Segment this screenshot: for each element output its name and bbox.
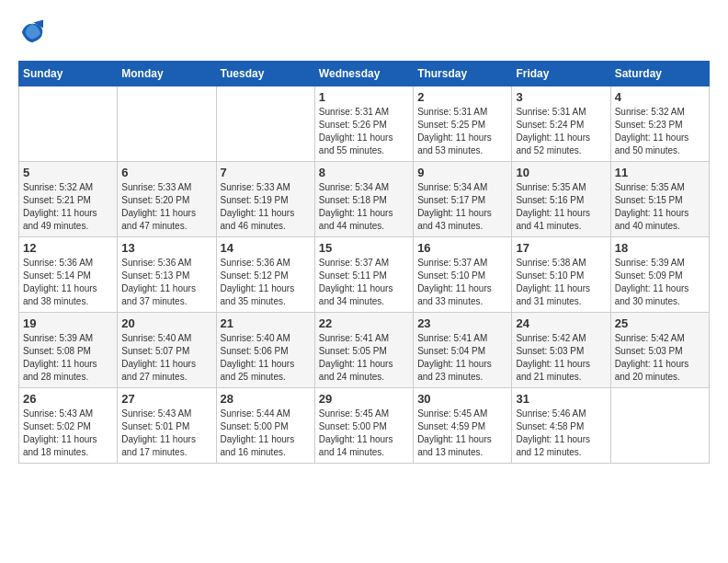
day-header-tuesday: Tuesday [216,62,314,86]
day-number: 23 [417,316,507,330]
day-number: 24 [516,316,606,330]
day-info: Sunrise: 5:36 AM Sunset: 5:14 PM Dayligh… [23,257,113,308]
day-number: 11 [615,166,705,179]
day-info: Sunrise: 5:39 AM Sunset: 5:09 PM Dayligh… [615,257,705,308]
calendar-cell: 8Sunrise: 5:34 AM Sunset: 5:18 PM Daylig… [314,162,413,237]
day-info: Sunrise: 5:33 AM Sunset: 5:19 PM Dayligh… [221,181,311,233]
calendar-cell: 9Sunrise: 5:34 AM Sunset: 5:17 PM Daylig… [414,162,512,237]
calendar-cell [19,86,118,162]
calendar-cell: 29Sunrise: 5:45 AM Sunset: 5:00 PM Dayli… [314,388,413,464]
day-info: Sunrise: 5:39 AM Sunset: 5:08 PM Dayligh… [23,332,113,384]
day-info: Sunrise: 5:41 AM Sunset: 5:04 PM Dayligh… [417,332,507,384]
day-number: 27 [121,392,211,406]
calendar-cell: 27Sunrise: 5:43 AM Sunset: 5:01 PM Dayli… [118,388,216,464]
day-header-friday: Friday [512,62,610,86]
day-number: 15 [319,241,409,255]
calendar-cell: 2Sunrise: 5:31 AM Sunset: 5:25 PM Daylig… [414,86,512,162]
calendar-cell: 6Sunrise: 5:33 AM Sunset: 5:20 PM Daylig… [118,162,216,237]
day-info: Sunrise: 5:43 AM Sunset: 5:01 PM Dayligh… [121,408,211,459]
day-number: 13 [121,241,211,255]
calendar-cell [216,86,314,162]
calendar-cell: 14Sunrise: 5:36 AM Sunset: 5:12 PM Dayli… [216,237,314,313]
day-info: Sunrise: 5:31 AM Sunset: 5:25 PM Dayligh… [417,106,507,157]
day-number: 26 [23,392,113,406]
calendar-cell: 23Sunrise: 5:41 AM Sunset: 5:04 PM Dayli… [414,313,512,388]
day-number: 22 [319,316,409,330]
day-info: Sunrise: 5:33 AM Sunset: 5:20 PM Dayligh… [121,181,211,233]
day-info: Sunrise: 5:41 AM Sunset: 5:05 PM Dayligh… [319,332,409,384]
day-info: Sunrise: 5:32 AM Sunset: 5:23 PM Dayligh… [615,106,705,157]
calendar-week-row: 12Sunrise: 5:36 AM Sunset: 5:14 PM Dayli… [19,237,710,313]
day-number: 5 [23,166,113,179]
day-number: 1 [319,90,409,104]
day-number: 14 [221,241,311,255]
day-info: Sunrise: 5:44 AM Sunset: 5:00 PM Dayligh… [221,408,311,459]
day-number: 19 [23,316,113,330]
day-info: Sunrise: 5:42 AM Sunset: 5:03 PM Dayligh… [615,332,705,384]
day-header-saturday: Saturday [610,62,709,86]
calendar-cell: 10Sunrise: 5:35 AM Sunset: 5:16 PM Dayli… [512,162,610,237]
calendar-week-row: 26Sunrise: 5:43 AM Sunset: 5:02 PM Dayli… [19,388,710,464]
day-info: Sunrise: 5:46 AM Sunset: 4:58 PM Dayligh… [516,408,606,459]
calendar-cell: 28Sunrise: 5:44 AM Sunset: 5:00 PM Dayli… [216,388,314,464]
calendar-cell: 12Sunrise: 5:36 AM Sunset: 5:14 PM Dayli… [19,237,118,313]
day-info: Sunrise: 5:31 AM Sunset: 5:26 PM Dayligh… [319,106,409,157]
calendar-header-row: SundayMondayTuesdayWednesdayThursdayFrid… [19,62,710,86]
day-info: Sunrise: 5:38 AM Sunset: 5:10 PM Dayligh… [516,257,606,308]
calendar-cell: 26Sunrise: 5:43 AM Sunset: 5:02 PM Dayli… [19,388,118,464]
calendar-table: SundayMondayTuesdayWednesdayThursdayFrid… [18,61,710,464]
calendar-cell: 13Sunrise: 5:36 AM Sunset: 5:13 PM Dayli… [118,237,216,313]
day-info: Sunrise: 5:36 AM Sunset: 5:12 PM Dayligh… [221,257,311,308]
day-number: 12 [23,241,113,255]
day-info: Sunrise: 5:32 AM Sunset: 5:21 PM Dayligh… [23,181,113,233]
calendar-week-row: 5Sunrise: 5:32 AM Sunset: 5:21 PM Daylig… [19,162,710,237]
day-number: 16 [417,241,507,255]
day-info: Sunrise: 5:37 AM Sunset: 5:11 PM Dayligh… [319,257,409,308]
day-number: 3 [516,90,606,104]
day-number: 31 [516,392,606,406]
day-number: 2 [417,90,507,104]
day-info: Sunrise: 5:45 AM Sunset: 5:00 PM Dayligh… [319,408,409,459]
day-info: Sunrise: 5:35 AM Sunset: 5:16 PM Dayligh… [516,181,606,233]
day-header-wednesday: Wednesday [314,62,413,86]
calendar-cell: 16Sunrise: 5:37 AM Sunset: 5:10 PM Dayli… [414,237,512,313]
day-number: 21 [221,316,311,330]
day-header-sunday: Sunday [19,62,118,86]
calendar-cell: 19Sunrise: 5:39 AM Sunset: 5:08 PM Dayli… [19,313,118,388]
calendar-cell: 3Sunrise: 5:31 AM Sunset: 5:24 PM Daylig… [512,86,610,162]
day-number: 4 [615,90,705,104]
day-number: 17 [516,241,606,255]
day-number: 6 [121,166,211,179]
day-info: Sunrise: 5:31 AM Sunset: 5:24 PM Dayligh… [516,106,606,157]
day-info: Sunrise: 5:37 AM Sunset: 5:10 PM Dayligh… [417,257,507,308]
day-info: Sunrise: 5:35 AM Sunset: 5:15 PM Dayligh… [615,181,705,233]
day-info: Sunrise: 5:43 AM Sunset: 5:02 PM Dayligh… [23,408,113,459]
day-number: 28 [221,392,311,406]
calendar-cell: 15Sunrise: 5:37 AM Sunset: 5:11 PM Dayli… [314,237,413,313]
calendar-cell: 20Sunrise: 5:40 AM Sunset: 5:07 PM Dayli… [118,313,216,388]
calendar-cell: 7Sunrise: 5:33 AM Sunset: 5:19 PM Daylig… [216,162,314,237]
calendar-cell: 21Sunrise: 5:40 AM Sunset: 5:06 PM Dayli… [216,313,314,388]
day-info: Sunrise: 5:40 AM Sunset: 5:06 PM Dayligh… [221,332,311,384]
calendar-cell: 25Sunrise: 5:42 AM Sunset: 5:03 PM Dayli… [610,313,709,388]
page-header [18,18,710,46]
day-header-monday: Monday [118,62,216,86]
day-header-thursday: Thursday [414,62,512,86]
day-info: Sunrise: 5:42 AM Sunset: 5:03 PM Dayligh… [516,332,606,384]
day-info: Sunrise: 5:34 AM Sunset: 5:18 PM Dayligh… [319,181,409,233]
day-number: 29 [319,392,409,406]
day-number: 30 [417,392,507,406]
day-number: 8 [319,166,409,179]
logo-icon [18,18,46,46]
calendar-cell: 31Sunrise: 5:46 AM Sunset: 4:58 PM Dayli… [512,388,610,464]
calendar-cell: 30Sunrise: 5:45 AM Sunset: 4:59 PM Dayli… [414,388,512,464]
logo [18,18,51,46]
calendar-cell [610,388,709,464]
day-info: Sunrise: 5:45 AM Sunset: 4:59 PM Dayligh… [417,408,507,459]
day-info: Sunrise: 5:34 AM Sunset: 5:17 PM Dayligh… [417,181,507,233]
day-number: 25 [615,316,705,330]
day-number: 9 [417,166,507,179]
day-info: Sunrise: 5:36 AM Sunset: 5:13 PM Dayligh… [121,257,211,308]
day-info: Sunrise: 5:40 AM Sunset: 5:07 PM Dayligh… [121,332,211,384]
day-number: 7 [221,166,311,179]
